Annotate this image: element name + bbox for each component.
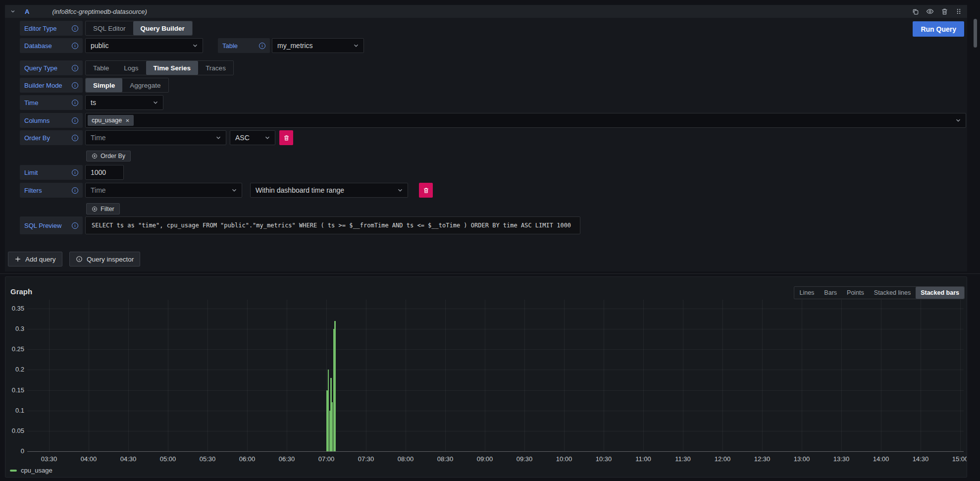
remove-order-by-button[interactable] — [279, 130, 293, 145]
query-type-logs[interactable]: Logs — [116, 61, 146, 75]
copy-icon[interactable] — [912, 8, 919, 15]
row-builder-mode: Builder Mode i Simple Aggregate — [5, 78, 967, 93]
gridline-vertical — [524, 300, 525, 451]
builder-mode-aggregate[interactable]: Aggregate — [122, 78, 168, 92]
query-type-label: Query Type i — [20, 60, 83, 75]
database-select[interactable]: public — [85, 38, 203, 53]
datasource-name: (info8fcc-greptimedb-datasource) — [52, 8, 147, 15]
x-axis-tick-label: 11:30 — [669, 455, 697, 463]
info-icon[interactable]: i — [72, 82, 78, 89]
x-axis-tick-label: 09:00 — [471, 455, 499, 463]
remove-filter-button[interactable] — [419, 183, 433, 198]
grip-icon[interactable] — [955, 8, 962, 15]
info-icon[interactable]: i — [72, 187, 78, 194]
filters-label: Filters i — [20, 183, 83, 198]
gridline-vertical — [445, 300, 446, 451]
row-editor-type: Editor Type i SQL Editor Query Builder — [5, 21, 967, 36]
gridline-vertical — [89, 300, 89, 451]
gridline-vertical — [722, 300, 723, 451]
gridline-vertical — [128, 300, 129, 451]
y-axis-tick-label: 0.35 — [5, 305, 24, 312]
builder-mode-simple[interactable]: Simple — [86, 78, 122, 92]
info-icon[interactable]: i — [72, 43, 78, 49]
gridline-vertical — [762, 300, 763, 451]
x-axis-tick-label: 08:30 — [431, 455, 459, 463]
info-icon[interactable]: i — [72, 100, 78, 106]
chevron-down-icon — [353, 42, 360, 49]
info-icon[interactable]: i — [72, 117, 78, 124]
row-time: Time i ts — [5, 95, 967, 110]
order-by-column-select[interactable]: Time — [85, 130, 226, 145]
query-row-header[interactable]: A (info8fcc-greptimedb-datasource) — [5, 5, 967, 18]
panel-splitter[interactable] — [0, 273, 980, 274]
query-inspector-button[interactable]: Query inspector — [69, 252, 140, 267]
x-axis-tick-label: 11:00 — [629, 455, 657, 463]
legend-swatch — [10, 470, 17, 472]
chevron-down-icon — [955, 117, 962, 124]
add-filter-button[interactable]: Filter — [86, 203, 120, 214]
editor-type-query-builder[interactable]: Query Builder — [133, 21, 192, 35]
editor-type-sql-editor[interactable]: SQL Editor — [86, 21, 133, 35]
x-axis-tick-label: 07:30 — [352, 455, 380, 463]
legend-label: cpu_usage — [21, 467, 52, 474]
legend-item-cpu-usage[interactable]: cpu_usage — [10, 467, 52, 474]
limit-input[interactable]: 1000 — [85, 165, 124, 180]
gridline-vertical — [207, 300, 208, 451]
gridline-vertical — [168, 300, 168, 451]
info-icon[interactable]: i — [72, 25, 78, 32]
query-type-time-series[interactable]: Time Series — [146, 61, 199, 75]
eye-icon[interactable] — [926, 7, 934, 15]
info-icon[interactable]: i — [259, 43, 265, 49]
chevron-down-icon — [215, 134, 222, 141]
query-type-traces[interactable]: Traces — [198, 61, 233, 75]
add-order-by-button[interactable]: Order By — [86, 151, 131, 161]
gridline-horizontal — [27, 431, 964, 431]
graph-panel: Graph Lines Bars Points Stacked lines St… — [5, 276, 967, 478]
row-columns: Columns i cpu_usage ✕ — [5, 113, 967, 128]
y-axis-tick-label: 0 — [5, 447, 24, 455]
info-icon[interactable]: i — [72, 65, 78, 71]
x-axis-tick-label: 04:30 — [114, 455, 142, 463]
filter-column-select[interactable]: Time — [85, 183, 242, 198]
x-axis-tick-label: 14:30 — [907, 455, 934, 463]
filter-condition-select[interactable]: Within dashboard time range — [250, 183, 408, 198]
chart-plot-area[interactable]: 03:3004:0004:3005:0005:3006:0006:3007:00… — [5, 277, 967, 477]
table-select[interactable]: my_metrics — [272, 38, 364, 53]
order-by-direction-select[interactable]: ASC — [230, 130, 275, 145]
add-query-button[interactable]: Add query — [8, 252, 62, 267]
gridline-vertical — [802, 300, 802, 451]
x-axis-tick-label: 10:30 — [590, 455, 618, 463]
chevron-down-icon[interactable] — [10, 8, 16, 14]
remove-tag-icon[interactable]: ✕ — [125, 118, 129, 123]
y-axis-tick-label: 0.3 — [5, 325, 24, 332]
chevron-down-icon — [264, 134, 271, 141]
chevron-down-icon — [192, 42, 199, 49]
info-icon[interactable]: i — [72, 169, 78, 176]
editor-type-switch: SQL Editor Query Builder — [85, 21, 193, 36]
gridline-vertical — [921, 300, 921, 451]
query-type-switch: Table Logs Time Series Traces — [85, 60, 234, 75]
gridline-vertical — [49, 300, 50, 451]
gridline-horizontal — [27, 329, 964, 329]
trash-icon[interactable] — [941, 8, 948, 15]
row-query-type: Query Type i Table Logs Time Series Trac… — [5, 60, 967, 75]
x-axis-tick-label: 06:30 — [273, 455, 301, 463]
x-axis-tick-label: 09:30 — [511, 455, 538, 463]
query-type-table[interactable]: Table — [86, 61, 116, 75]
x-axis-tick-label: 12:30 — [748, 455, 776, 463]
info-icon[interactable]: i — [72, 135, 78, 141]
vertical-scrollbar-thumb[interactable] — [974, 19, 977, 48]
time-column-select[interactable]: ts — [85, 95, 163, 110]
time-label: Time i — [20, 95, 83, 110]
gridline-vertical — [683, 300, 683, 451]
x-axis-tick-label: 12:00 — [709, 455, 736, 463]
x-axis-line — [27, 451, 964, 452]
sql-preview-label: SQL Preview i — [20, 216, 83, 234]
column-tag: cpu_usage ✕ — [88, 115, 134, 126]
columns-multiselect[interactable]: cpu_usage ✕ — [85, 113, 966, 128]
info-icon[interactable]: i — [72, 222, 78, 229]
query-editor-panel: A (info8fcc-greptimedb-datasource) Run Q… — [5, 5, 967, 271]
builder-mode-switch: Simple Aggregate — [85, 78, 169, 93]
gridline-horizontal — [27, 390, 964, 391]
gridline-horizontal — [27, 411, 964, 411]
